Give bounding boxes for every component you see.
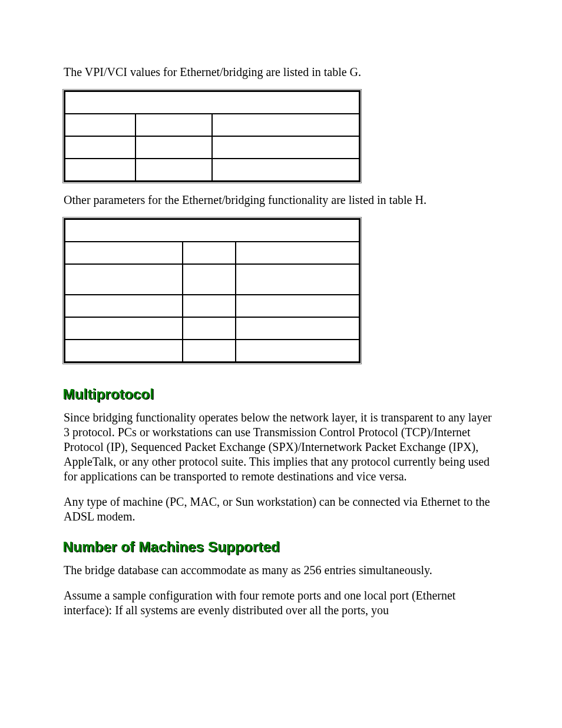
table-cell	[65, 295, 183, 317]
table-cell	[135, 114, 212, 136]
table-row	[65, 136, 359, 159]
table-g	[64, 90, 361, 182]
table-cell	[183, 264, 236, 295]
table-cell	[236, 264, 359, 295]
table-cell	[183, 295, 236, 317]
table-row	[65, 219, 359, 242]
table-row	[65, 264, 359, 295]
table-row	[65, 242, 359, 264]
table-cell	[65, 340, 183, 362]
table-cell	[236, 242, 359, 264]
table-cell	[65, 136, 135, 159]
document-page: The VPI/VCI values for Ethernet/bridging…	[0, 0, 562, 728]
table-cell	[65, 242, 183, 264]
paragraph-machines-1: The bridge database can accommodate as m…	[64, 563, 498, 578]
heading-multiprotocol: Multiprotocol Multiprotocol	[64, 388, 498, 402]
table-row	[65, 340, 359, 362]
table-cell	[65, 159, 135, 181]
table-row	[65, 317, 359, 340]
table-cell	[236, 317, 359, 340]
table-row	[65, 295, 359, 317]
table-cell	[212, 136, 359, 159]
paragraph-multiprotocol-1: Since bridging functionality operates be…	[64, 410, 498, 484]
table-cell	[236, 295, 359, 317]
paragraph-intro-table-h: Other parameters for the Ethernet/bridgi…	[64, 193, 498, 207]
table-row	[65, 91, 359, 114]
paragraph-machines-2: Assume a sample configuration with four …	[64, 588, 498, 618]
paragraph-intro-table-g: The VPI/VCI values for Ethernet/bridging…	[64, 65, 498, 80]
table-cell	[183, 317, 236, 340]
table-cell	[65, 114, 135, 136]
table-cell	[236, 340, 359, 362]
heading-text: Number of Machines Supported	[63, 540, 280, 554]
table-cell	[135, 136, 212, 159]
table-row	[65, 159, 359, 181]
heading-number-of-machines: Number of Machines Supported Number of M…	[64, 541, 498, 555]
table-cell	[135, 159, 212, 181]
table-cell	[183, 340, 236, 362]
table-cell	[65, 264, 183, 295]
table-header-cell	[65, 219, 359, 242]
table-header-cell	[65, 91, 359, 114]
table-cell	[65, 317, 183, 340]
table-h	[64, 218, 361, 363]
table-cell	[212, 114, 359, 136]
table-cell	[183, 242, 236, 264]
table-row	[65, 114, 359, 136]
paragraph-multiprotocol-2: Any type of machine (PC, MAC, or Sun wor…	[64, 495, 498, 524]
heading-text: Multiprotocol	[63, 387, 154, 401]
table-cell	[212, 159, 359, 181]
